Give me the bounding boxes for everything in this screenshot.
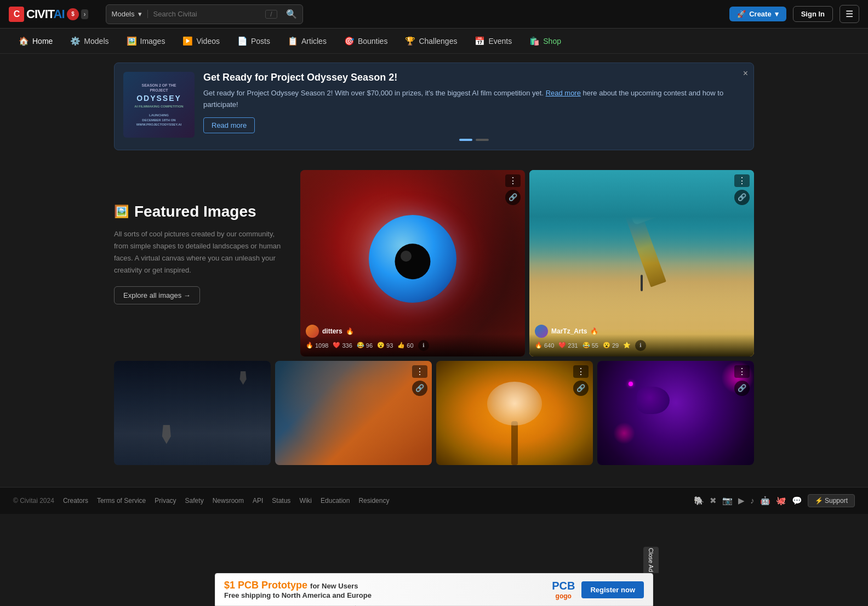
search-button[interactable]: 🔍 (281, 9, 302, 19)
laugh-icon-brush: 😂 (583, 342, 590, 349)
nav-item-videos[interactable]: ▶️ Videos (175, 32, 227, 50)
image-overlay-brush: MarTz_Arts 🔥 🔥 640 ❤️ 231 😂 (529, 319, 754, 356)
footer-link-creators[interactable]: Creators (63, 497, 88, 505)
image-menu-button-eye[interactable]: ⋮ (505, 174, 521, 187)
reddit-icon[interactable]: 🤖 (760, 496, 770, 506)
avatar-martz (535, 325, 548, 338)
nav-label-home: Home (32, 37, 53, 46)
featured-header: 🖼️ Featured Images (114, 203, 289, 220)
second-row-image-grid: ⋮ 🔗 ⋮ 🔗 ⋮ (114, 361, 754, 465)
image-link-button-tree[interactable]: 🔗 (573, 381, 589, 396)
image-card-brush[interactable]: ⋮ 🔗 MarTz_Arts 🔥 🔥 640 ❤️ (529, 170, 754, 356)
footer-link-newsroom[interactable]: Newsroom (213, 497, 244, 505)
nav-item-home[interactable]: 🏠 Home (11, 32, 60, 50)
image-card-knight[interactable] (114, 361, 271, 465)
tiktok-icon[interactable]: ♪ (750, 496, 755, 505)
footer-link-education[interactable]: Education (321, 497, 350, 505)
username-martz: MarTz_Arts (551, 327, 587, 335)
user-badge-martz: 🔥 (590, 327, 598, 335)
footer-link-wiki[interactable]: Wiki (299, 497, 312, 505)
read-more-button[interactable]: Read more (203, 117, 255, 133)
search-type-selector[interactable]: Models ▾ (106, 10, 148, 18)
close-ad-button[interactable]: Close Ad (643, 547, 659, 573)
dot-1[interactable] (459, 139, 472, 141)
nav-item-articles[interactable]: 📋 Articles (280, 32, 334, 50)
info-button-brush[interactable]: ℹ (635, 340, 646, 351)
featured-images-description: 🖼️ Featured Images All sorts of cool pic… (114, 170, 289, 304)
nav-item-images[interactable]: 🖼️ Images (119, 32, 173, 50)
nav-label-shop: Shop (543, 37, 561, 46)
home-icon: 🏠 (19, 36, 29, 46)
nav-item-posts[interactable]: 📄 Posts (230, 32, 278, 50)
heart-icon: ❤️ (333, 342, 340, 349)
like-icon: 👍 (397, 342, 405, 349)
logo-arrow[interactable]: › (81, 9, 88, 19)
image-card-tree[interactable]: ⋮ 🔗 (436, 361, 593, 465)
nav-item-shop[interactable]: 🛍️ Shop (522, 32, 569, 50)
nav-item-models[interactable]: ⚙️ Models (62, 32, 116, 50)
image-card-creature[interactable]: ⋮ 🔗 (275, 361, 432, 465)
banner-read-more-link[interactable]: Read more (546, 89, 581, 97)
image-stats-brush: 🔥 640 ❤️ 231 😂 55 😮 2 (535, 340, 749, 351)
ad-sub-text: Free shipping to North America and Europ… (224, 591, 372, 599)
images-icon: 🖼️ (127, 36, 137, 46)
youtube-icon[interactable]: ▶ (738, 496, 745, 506)
heart-count-brush: 231 (568, 342, 578, 349)
footer-link-safety[interactable]: Safety (185, 497, 204, 505)
ad-headline: $1 PCB Prototype for New Users (224, 580, 372, 591)
logo-text: CIVITAI (26, 7, 65, 21)
wow-icon: 😮 (377, 342, 385, 349)
featured-description: All sorts of cool pictures created by ou… (114, 228, 289, 276)
hamburger-menu-button[interactable]: ☰ (840, 5, 859, 23)
featured-section-icon: 🖼️ (114, 205, 129, 219)
nav-label-videos: Videos (196, 37, 220, 46)
nav-label-posts: Posts (251, 37, 270, 46)
sign-in-button[interactable]: Sign In (793, 6, 833, 22)
footer-link-privacy[interactable]: Privacy (155, 497, 176, 505)
image-link-button-eye[interactable]: 🔗 (505, 190, 521, 205)
dot-2[interactable] (476, 139, 489, 141)
support-button[interactable]: ⚡ Support (808, 494, 855, 507)
heart-icon-brush: ❤️ (558, 342, 566, 349)
stat-heart-eye: ❤️ 336 (333, 342, 352, 349)
nav-item-events[interactable]: 📅 Events (467, 32, 519, 50)
image-menu-button-dragon[interactable]: ⋮ (734, 365, 750, 378)
image-menu-button-creature[interactable]: ⋮ (412, 365, 427, 378)
footer-link-terms[interactable]: Terms of Service (97, 497, 146, 505)
stat-laugh-brush: 😂 55 (583, 342, 598, 349)
site-logo[interactable]: C CIVITAI $ › (9, 7, 88, 22)
instagram-icon[interactable]: 📷 (722, 496, 733, 506)
nav-item-bounties[interactable]: 🎯 Bounties (336, 32, 395, 50)
nav-label-models: Models (84, 37, 108, 46)
close-banner-button[interactable]: × (743, 69, 748, 78)
image-card-eye[interactable]: ⋮ 🔗 ditters 🔥 🔥 1098 ❤️ (300, 170, 525, 356)
ad-register-button[interactable]: Register now (581, 581, 644, 598)
search-bar: Models ▾ / 🔍 (106, 4, 303, 24)
wow-count-eye: 93 (386, 342, 393, 349)
discord-icon[interactable]: 💬 (792, 496, 802, 506)
image-menu-button-tree[interactable]: ⋮ (573, 365, 589, 378)
info-button-eye[interactable]: ℹ (418, 340, 429, 351)
search-input[interactable] (148, 10, 266, 18)
mastodon-icon[interactable]: 🐘 (694, 496, 704, 506)
image-link-button-brush[interactable]: 🔗 (734, 190, 750, 205)
image-menu-button-brush[interactable]: ⋮ (734, 174, 750, 187)
top-navigation: C CIVITAI $ › Models ▾ / 🔍 🚀 Create ▾ Si… (0, 0, 868, 29)
laugh-icon: 😂 (357, 342, 364, 349)
footer-link-api[interactable]: API (253, 497, 263, 505)
twitter-icon[interactable]: ✖ (710, 496, 717, 506)
image-link-button-dragon[interactable]: 🔗 (734, 381, 750, 396)
nav-item-challenges[interactable]: 🏆 Challenges (397, 32, 465, 50)
footer-link-status[interactable]: Status (272, 497, 290, 505)
image-card-dragon[interactable]: ⋮ 🔗 (597, 361, 754, 465)
explore-all-images-button[interactable]: Explore all images → (114, 286, 200, 304)
github-icon[interactable]: 🐙 (776, 496, 786, 506)
stat-like-eye: 👍 60 (397, 342, 413, 349)
image-link-button-creature[interactable]: 🔗 (412, 381, 427, 396)
featured-image-grid: ⋮ 🔗 ditters 🔥 🔥 1098 ❤️ (300, 170, 754, 356)
footer-link-residency[interactable]: Residency (358, 497, 389, 505)
create-button[interactable]: 🚀 Create ▾ (729, 7, 786, 21)
avatar-ditters (306, 325, 319, 338)
main-content: 🖼️ Featured Images All sorts of cool pic… (105, 159, 763, 476)
like-count-eye: 60 (407, 342, 413, 349)
